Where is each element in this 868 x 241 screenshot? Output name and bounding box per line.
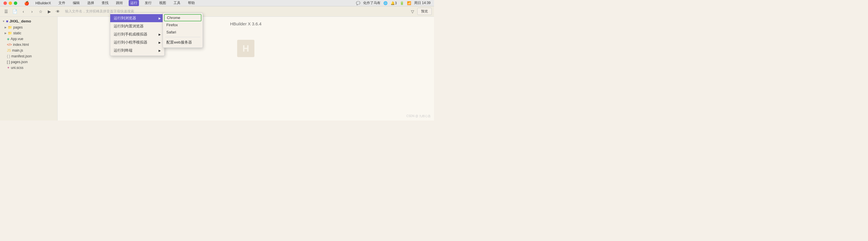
app-title: HBuilder X 3.6.4 bbox=[230, 21, 261, 26]
titlebar-left: 🍎 HBuilderX 文件 编辑 选择 查找 跳转 运行 发行 视图 工具 帮… bbox=[3, 0, 196, 6]
hbuilder-logo: H bbox=[237, 40, 254, 57]
menu-select[interactable]: 选择 bbox=[86, 0, 96, 6]
menu-view[interactable]: 视图 bbox=[157, 0, 168, 6]
menu-tools[interactable]: 工具 bbox=[172, 0, 182, 6]
apple-menu[interactable]: 🍎 bbox=[24, 1, 29, 5]
preview-icon-button[interactable]: 👁 bbox=[54, 8, 62, 15]
menu-hbuilderx[interactable]: HBuilderX bbox=[34, 1, 53, 6]
preview-button[interactable]: 预览 bbox=[417, 8, 432, 15]
watermark: CSDN @ 九柑心选 bbox=[406, 114, 431, 118]
menu-bar: HBuilderX 文件 编辑 选择 查找 跳转 运行 发行 视图 工具 帮助 bbox=[34, 0, 196, 6]
maximize-button[interactable] bbox=[14, 1, 17, 5]
run-miniapp-label: 运行到小程序模拟器 bbox=[114, 40, 147, 45]
file-label: index.html bbox=[13, 43, 29, 47]
minimize-button[interactable] bbox=[9, 1, 12, 5]
titlebar-right: 💬 化作了乌有 🌐 🔔3 🔋 📶 周日 14:39 bbox=[356, 1, 431, 5]
browser-config-item[interactable]: 配置web服务器 bbox=[163, 38, 203, 47]
chrome-label: Chrome bbox=[167, 16, 180, 20]
folder-icon: 📁 bbox=[8, 25, 12, 29]
submenu-arrow-icon: ▶ bbox=[159, 49, 161, 52]
project-icon: ■ bbox=[6, 19, 8, 23]
browser-chrome-item[interactable]: Chrome bbox=[164, 14, 202, 21]
run-to-builtin-browser-item[interactable]: 运行到内置浏览器 bbox=[110, 22, 164, 30]
battery-icon: 🔋 bbox=[400, 1, 404, 5]
menu-file[interactable]: 文件 bbox=[57, 0, 67, 6]
back-button[interactable]: ‹ bbox=[20, 8, 27, 15]
globe-icon: 🌐 bbox=[383, 1, 388, 5]
config-webserver-label: 配置web服务器 bbox=[166, 40, 192, 45]
folder-icon: 📁 bbox=[8, 31, 12, 35]
browser-submenu[interactable]: Chrome Firefox Safari 配置web服务器 bbox=[163, 13, 203, 48]
sidebar-item-index-html[interactable]: </> index.html bbox=[0, 42, 57, 48]
menu-edit[interactable]: 编辑 bbox=[71, 0, 82, 6]
sidebar-item-static[interactable]: ▶ 📁 static bbox=[0, 30, 57, 36]
file-label: pages.json bbox=[11, 60, 28, 64]
chevron-right-icon: ▶ bbox=[5, 32, 7, 34]
safari-label: Safari bbox=[166, 30, 176, 34]
sidebar-item-app-vue[interactable]: ◈ App.vue bbox=[0, 36, 57, 42]
menu-release[interactable]: 发行 bbox=[143, 0, 153, 6]
wechat-icon: 💬 bbox=[356, 1, 360, 5]
folder-label: static bbox=[13, 31, 21, 35]
main-layout: ▼ ■ JHXL_demo ▶ 📁 pages ▶ 📁 static ◈ App… bbox=[0, 17, 434, 121]
menu-run[interactable]: 运行 bbox=[129, 0, 139, 6]
sidebar-item-main-js[interactable]: JS main.js bbox=[0, 48, 57, 53]
notification-badge: 🔔3 bbox=[391, 1, 397, 5]
brackets-icon: [ ] bbox=[7, 60, 10, 64]
sidebar: ▼ ■ JHXL_demo ▶ 📁 pages ▶ 📁 static ◈ App… bbox=[0, 17, 58, 121]
run-button[interactable]: ▶ bbox=[45, 8, 53, 15]
traffic-lights bbox=[3, 1, 17, 5]
run-to-browser-item[interactable]: 运行到浏览器 ▶ bbox=[110, 14, 164, 22]
user-status: 化作了乌有 bbox=[363, 1, 380, 5]
close-button[interactable] bbox=[3, 1, 7, 5]
browser-safari-item[interactable]: Safari bbox=[163, 29, 203, 36]
project-root[interactable]: ▼ ■ JHXL_demo bbox=[0, 18, 57, 25]
file-label: main.js bbox=[12, 48, 23, 52]
toolbar-right: ▽ 预览 bbox=[409, 8, 432, 15]
sidebar-item-pages[interactable]: ▶ 📁 pages bbox=[0, 25, 57, 30]
bookmark-button[interactable]: ☆ bbox=[37, 8, 44, 15]
logo-image: H bbox=[237, 40, 254, 57]
run-menu-dropdown[interactable]: 运行到浏览器 ▶ 运行到内置浏览器 运行到手机或模拟器 ▶ 运行到小程序模拟器 … bbox=[110, 13, 165, 56]
chevron-down-icon: ▼ bbox=[2, 20, 5, 23]
folder-label: pages bbox=[13, 25, 23, 29]
firefox-label: Firefox bbox=[166, 23, 178, 27]
forward-button[interactable]: › bbox=[28, 8, 36, 15]
toolbar: ☰ 📄 ‹ › ☆ ▶ 👁 输入文件名，支持驼峰及拼音首字母快速搜索 ▽ 预览 bbox=[0, 6, 434, 17]
run-to-miniapp-item[interactable]: 运行到小程序模拟器 ▶ bbox=[110, 38, 164, 47]
json-icon: { } bbox=[7, 54, 10, 58]
submenu-arrow-icon: ▶ bbox=[159, 17, 161, 20]
menu-help[interactable]: 帮助 bbox=[186, 0, 196, 6]
browser-firefox-item[interactable]: Firefox bbox=[163, 21, 203, 29]
titlebar: 🍎 HBuilderX 文件 编辑 选择 查找 跳转 运行 发行 视图 工具 帮… bbox=[0, 0, 434, 6]
brackets-icon: </> bbox=[7, 43, 12, 47]
run-browser-label: 运行到浏览器 bbox=[114, 16, 136, 21]
run-builtin-label: 运行到内置浏览器 bbox=[114, 24, 144, 29]
run-terminal-label: 运行到终端 bbox=[114, 48, 132, 53]
wifi-icon: 📶 bbox=[407, 1, 411, 5]
menu-jump[interactable]: 跳转 bbox=[114, 0, 125, 6]
vue-icon: ◈ bbox=[7, 37, 9, 41]
datetime: 周日 14:39 bbox=[414, 1, 431, 5]
sidebar-item-pages-json[interactable]: [ ] pages.json bbox=[0, 59, 57, 65]
menu-divider bbox=[165, 37, 200, 37]
new-file-button[interactable]: 📄 bbox=[11, 8, 19, 15]
file-label: manifest.json bbox=[11, 54, 32, 58]
sidebar-item-uni-scss[interactable]: ✦ uni.scss bbox=[0, 65, 57, 71]
file-label: App.vue bbox=[11, 37, 23, 41]
sidebar-toggle-button[interactable]: ☰ bbox=[2, 8, 10, 15]
sidebar-item-manifest-json[interactable]: { } manifest.json bbox=[0, 53, 57, 59]
submenu-arrow-icon: ▶ bbox=[159, 41, 161, 44]
chevron-right-icon: ▶ bbox=[5, 26, 7, 29]
scss-icon: ✦ bbox=[7, 66, 10, 70]
run-device-label: 运行到手机或模拟器 bbox=[114, 32, 147, 37]
run-to-terminal-item[interactable]: 运行到终端 ▶ bbox=[110, 47, 164, 54]
run-to-device-item[interactable]: 运行到手机或模拟器 ▶ bbox=[110, 30, 164, 38]
menu-find[interactable]: 查找 bbox=[100, 0, 110, 6]
filter-button[interactable]: ▽ bbox=[409, 8, 416, 15]
submenu-arrow-icon: ▶ bbox=[159, 33, 161, 36]
js-icon: JS bbox=[7, 48, 11, 52]
project-name: JHXL_demo bbox=[9, 19, 31, 23]
file-label: uni.scss bbox=[11, 66, 23, 70]
